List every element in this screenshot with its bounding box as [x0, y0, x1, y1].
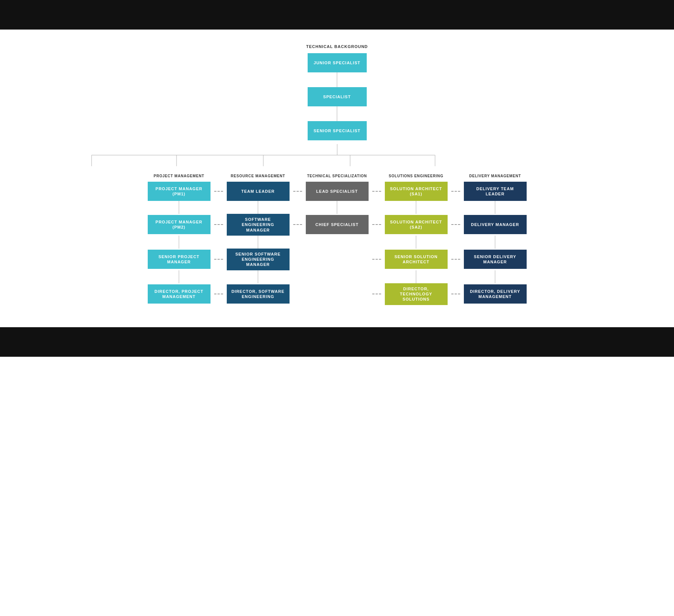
- cell-director-ts: DIRECTOR, TECHNOLOGY SOLUTIONS: [385, 283, 448, 305]
- node-senior-specialist: SENIOR SPECIALIST: [308, 121, 367, 140]
- node-senior-delivery-manager: SENIOR DELIVERY MANAGER: [464, 250, 527, 269]
- node-specialist: SPECIALIST: [308, 87, 367, 106]
- cell-sdm: SENIOR DELIVERY MANAGER: [464, 250, 527, 269]
- cell-delivery-manager: DELIVERY MANAGER: [464, 215, 527, 234]
- cell-lead-specialist: LEAD SPECIALIST: [306, 182, 369, 201]
- technical-background-label: TECHNICAL BACKGROUND: [306, 44, 368, 49]
- cell-chief-specialist: CHIEF SPECIALIST: [306, 215, 369, 234]
- node-senior-software-engineering-manager: SENIOR SOFTWARE ENGINEERING MANAGER: [227, 249, 290, 270]
- header-delivery-management: DELIVERY MANAGEMENT: [464, 166, 527, 178]
- v-conn-tl-sem: [258, 201, 258, 214]
- connector-v1: [337, 72, 337, 87]
- v-conn-sem-ssem: [258, 236, 258, 249]
- v-conn-dm-sdm: [495, 236, 495, 249]
- dash2-1-2: [214, 224, 223, 225]
- dash-2-3: [293, 191, 302, 192]
- v-conn-ssa-dts: [416, 270, 416, 283]
- node-software-engineering-manager: SOFTWARE ENGINEERING MANAGER: [227, 214, 290, 236]
- v-row-2: [144, 236, 530, 249]
- connector-v2: [337, 106, 337, 121]
- headers-row: PROJECT MANAGEMENT RESOURCE MANAGEMENT T…: [144, 166, 530, 178]
- cell-director-se: DIRECTOR, SOFTWARE ENGINEERING: [227, 284, 290, 304]
- dash-4-5: [451, 191, 460, 192]
- v-conn-sa1-sa2: [416, 201, 416, 214]
- dash2-2-3: [293, 224, 302, 225]
- grid-row-1: PROJECT MANAGER (PM1) TEAM LEADER LEAD S…: [144, 182, 530, 201]
- node-delivery-team-leader: DELIVERY TEAM LEADER: [464, 182, 527, 201]
- cell-sem: SOFTWARE ENGINEERING MANAGER: [227, 214, 290, 236]
- bottom-bar: [0, 327, 674, 357]
- cell-pm1: PROJECT MANAGER (PM1): [148, 182, 211, 201]
- node-team-leader: TEAM LEADER: [227, 182, 290, 201]
- v-conn-sdm-ddm: [495, 270, 495, 283]
- node-sa1: SOLUTION ARCHITECT (SA1): [385, 182, 448, 201]
- dash2-4-5: [451, 224, 460, 225]
- node-senior-solution-architect: SENIOR SOLUTION ARCHITECT: [385, 250, 448, 269]
- v-conn-ssem-dse: [258, 270, 258, 283]
- cell-sa2: SOLUTION ARCHITECT (SA2): [385, 215, 448, 234]
- header-project-management: PROJECT MANAGEMENT: [148, 166, 211, 178]
- node-lead-specialist: LEAD SPECIALIST: [306, 182, 369, 201]
- grid-row-2: PROJECT MANAGER (PM2) SOFTWARE ENGINEERI…: [144, 214, 530, 236]
- dash-3-4: [372, 191, 381, 192]
- lower-section: PROJECT MANAGEMENT RESOURCE MANAGEMENT T…: [22, 166, 652, 305]
- v-conn-pm2-spm: [179, 236, 179, 249]
- dash2-3-4: [372, 224, 381, 225]
- top-bar: [0, 0, 674, 30]
- top-section: TECHNICAL BACKGROUND JUNIOR SPECIALIST S…: [22, 44, 652, 140]
- cell-director-dm: DIRECTOR, DELIVERY MANAGEMENT: [464, 284, 527, 304]
- cell-team-leader: TEAM LEADER: [227, 182, 290, 201]
- v-conn-spm-dpm: [179, 270, 179, 283]
- grid-row-4: DIRECTOR, PROJECT MANAGEMENT DIRECTOR, S…: [144, 283, 530, 305]
- v-conn-ls-cs: [337, 201, 337, 214]
- node-pm2: PROJECT MANAGER (PM2): [148, 215, 211, 234]
- v-row-1: [144, 201, 530, 214]
- dash3-1-2: [214, 259, 223, 260]
- dash4-1-2: [214, 294, 223, 294]
- header-resource-management: RESOURCE MANAGEMENT: [227, 166, 290, 178]
- node-senior-pm: SENIOR PROJECT MANAGER: [148, 250, 211, 269]
- dash4-4-5: [451, 294, 460, 294]
- grid-row-3: SENIOR PROJECT MANAGER SENIOR SOFTWARE E…: [144, 249, 530, 270]
- dash4-3-4: [372, 294, 381, 294]
- cell-sa1: SOLUTION ARCHITECT (SA1): [385, 182, 448, 201]
- node-junior-specialist: JUNIOR SPECIALIST: [308, 53, 367, 72]
- v-conn-sa2-ssa: [416, 236, 416, 249]
- node-director-software-engineering: DIRECTOR, SOFTWARE ENGINEERING: [227, 284, 290, 304]
- cell-ssa: SENIOR SOLUTION ARCHITECT: [385, 250, 448, 269]
- dash3-3-4: [372, 259, 381, 260]
- node-sa2: SOLUTION ARCHITECT (SA2): [385, 215, 448, 234]
- node-chief-specialist: CHIEF SPECIALIST: [306, 215, 369, 234]
- tree-connector-svg: [23, 144, 651, 166]
- node-director-technology-solutions: DIRECTOR, TECHNOLOGY SOLUTIONS: [385, 283, 448, 305]
- node-director-pm: DIRECTOR, PROJECT MANAGEMENT: [148, 284, 211, 304]
- dash3-4-5: [451, 259, 460, 260]
- dash-1-2: [214, 191, 223, 192]
- node-pm1: PROJECT MANAGER (PM1): [148, 182, 211, 201]
- header-technical-specialization: TECHNICAL SPECIALIZATION: [306, 166, 369, 178]
- cell-pm2: PROJECT MANAGER (PM2): [148, 215, 211, 234]
- cell-director-pm: DIRECTOR, PROJECT MANAGEMENT: [148, 284, 211, 304]
- cell-senior-pm: SENIOR PROJECT MANAGER: [148, 250, 211, 269]
- node-director-delivery-management: DIRECTOR, DELIVERY MANAGEMENT: [464, 284, 527, 304]
- v-conn-pm1-pm2: [179, 201, 179, 214]
- cell-ssem: SENIOR SOFTWARE ENGINEERING MANAGER: [227, 249, 290, 270]
- v-row-3: [144, 270, 530, 283]
- node-delivery-manager: DELIVERY MANAGER: [464, 215, 527, 234]
- v-conn-dtl-dm: [495, 201, 495, 214]
- main-content: TECHNICAL BACKGROUND JUNIOR SPECIALIST S…: [0, 30, 674, 327]
- header-solutions-engineering: SOLUTIONS ENGINEERING: [385, 166, 448, 178]
- cell-delivery-team-leader: DELIVERY TEAM LEADER: [464, 182, 527, 201]
